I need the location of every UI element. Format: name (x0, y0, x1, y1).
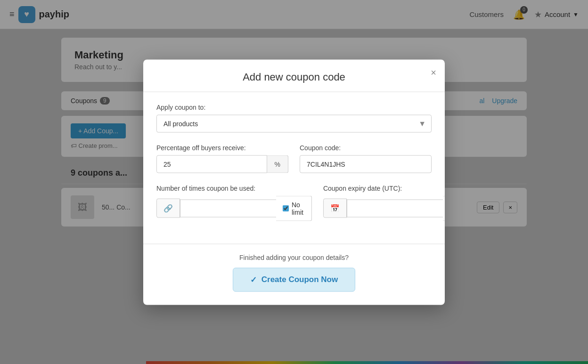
coupon-code-group: Coupon code: (300, 144, 432, 173)
times-used-input[interactable] (180, 199, 276, 217)
modal-title: Add new coupon code (243, 71, 345, 82)
modal-close-button[interactable]: × (431, 67, 436, 78)
coupon-code-input[interactable] (300, 155, 432, 173)
modal-header: Add new coupon code × (143, 59, 445, 92)
percentage-group: Percentage off buyers receive: % (156, 144, 288, 173)
times-used-icon-box: 🔗 (156, 199, 180, 218)
link-icon: 🔗 (163, 204, 173, 213)
percentage-suffix: % (267, 155, 288, 173)
percentage-input[interactable] (156, 155, 267, 173)
no-limit-checkbox[interactable] (283, 204, 289, 212)
expiry-input[interactable] (347, 199, 443, 217)
apply-coupon-label: Apply coupon to: (156, 103, 432, 111)
times-used-input-group: 🔗 No limit (156, 195, 312, 221)
percentage-input-group: % (156, 155, 288, 173)
apply-coupon-select[interactable]: All products Specific products (156, 114, 432, 132)
create-btn-label: Create Coupon Now (261, 275, 338, 284)
coupon-code-label: Coupon code: (300, 144, 432, 151)
no-limit-label: No limit (292, 201, 305, 216)
footer-hint: Finished adding your coupon details? (156, 253, 432, 261)
add-coupon-modal: Add new coupon code × Apply coupon to: A… (143, 59, 445, 305)
create-coupon-button[interactable]: ✓ Create Coupon Now (233, 267, 355, 291)
percentage-label: Percentage off buyers receive: (156, 144, 288, 151)
calendar-icon: 📅 (330, 204, 340, 213)
apply-coupon-select-wrapper: All products Specific products ▼ (156, 114, 432, 132)
two-col-top: Percentage off buyers receive: % Coupon … (156, 144, 432, 184)
two-col-bottom: Number of times coupon be used: 🔗 No lim… (156, 184, 432, 232)
expiry-label: Coupon expiry date (UTC): (323, 184, 445, 192)
times-used-group: Number of times coupon be used: 🔗 No lim… (156, 184, 312, 221)
times-used-label: Number of times coupon be used: (156, 184, 312, 192)
expiry-group: Coupon expiry date (UTC): 📅 Never expire… (323, 184, 445, 221)
create-btn-icon: ✓ (250, 275, 257, 284)
no-limit-check-group: No limit (276, 195, 312, 221)
modal-footer: Finished adding your coupon details? ✓ C… (143, 243, 445, 305)
modal-body: Apply coupon to: All products Specific p… (143, 92, 445, 243)
calendar-icon-box: 📅 (323, 199, 347, 218)
expiry-input-group: 📅 Never expires (323, 195, 445, 221)
apply-coupon-group: Apply coupon to: All products Specific p… (156, 103, 432, 132)
never-expires-check-group: Never expires (443, 195, 445, 221)
